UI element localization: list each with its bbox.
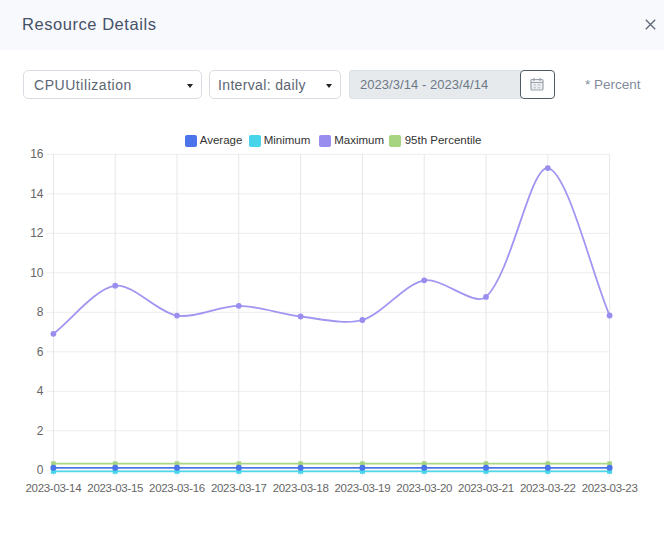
- svg-text:2023-03-14: 2023-03-14: [25, 482, 82, 494]
- svg-text:14: 14: [30, 187, 44, 201]
- svg-text:2: 2: [37, 424, 44, 438]
- svg-text:16: 16: [30, 147, 44, 161]
- svg-text:2023-03-21: 2023-03-21: [458, 482, 514, 494]
- svg-text:10: 10: [30, 266, 44, 280]
- svg-text:2023-03-15: 2023-03-15: [87, 482, 143, 494]
- svg-text:0: 0: [37, 463, 44, 477]
- svg-text:8: 8: [37, 305, 44, 319]
- svg-text:2023-03-20: 2023-03-20: [396, 482, 452, 494]
- svg-text:12: 12: [30, 226, 44, 240]
- svg-text:2023-03-17: 2023-03-17: [211, 482, 267, 494]
- svg-text:2023-03-19: 2023-03-19: [334, 482, 390, 494]
- svg-text:4: 4: [37, 384, 44, 398]
- svg-text:2023-03-23: 2023-03-23: [582, 482, 638, 494]
- svg-text:2023-03-22: 2023-03-22: [520, 482, 576, 494]
- svg-text:2023-03-16: 2023-03-16: [149, 482, 205, 494]
- svg-text:6: 6: [37, 345, 44, 359]
- svg-text:2023-03-18: 2023-03-18: [273, 482, 329, 494]
